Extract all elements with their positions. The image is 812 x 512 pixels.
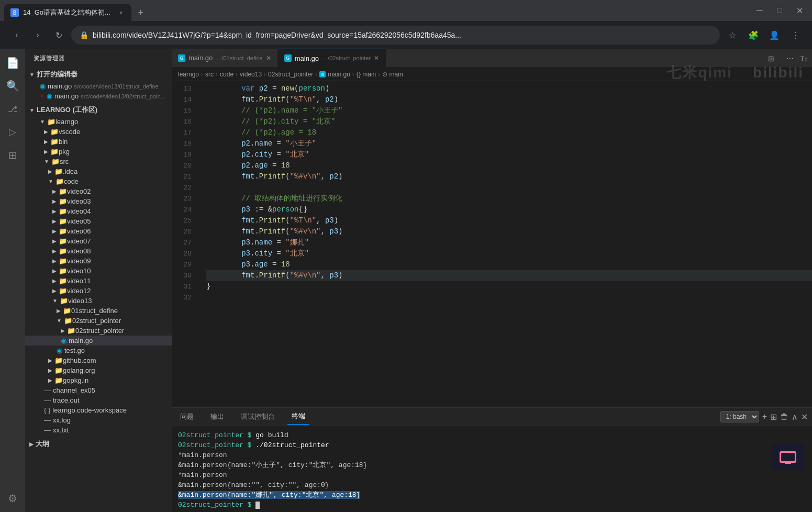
bookmark-btn[interactable]: ☆ [724,27,741,43]
minimize-btn[interactable]: ─ [751,2,768,19]
folder-icon: 📁 [50,148,59,155]
activity-git[interactable]: ⎇ [3,99,22,118]
tree-src[interactable]: ▼ 📁 src [25,157,172,166]
split-terminal-btn[interactable]: ⊞ [770,412,777,422]
tree-video12[interactable]: ▶ 📁 video12 [25,286,172,296]
code-line-24: p3 := &person{} [206,204,812,215]
tree-video08[interactable]: ▶ 📁 video08 [25,246,172,256]
tree-video07[interactable]: ▶ 📁 video07 [25,236,172,246]
tree-video03[interactable]: ▶ 📁 video03 [25,196,172,206]
folder-icon: 📁 [59,197,67,205]
tree-main-go[interactable]: ◉ main.go [25,336,172,346]
tree-xxtxt[interactable]: — xx.txt [25,425,172,435]
bc-02struct[interactable]: 02struct_pointer [268,71,313,78]
tree-video06[interactable]: ▶ 📁 video06 [25,226,172,236]
tree-video13[interactable]: ▼ 📁 video13 [25,296,172,306]
url-text: bilibili.com/video/BV1ZJ411W7jG/?p=14&sp… [93,31,711,39]
tree-gopkg[interactable]: ▶ 📁 gopkg.in [25,375,172,385]
terminal-selector[interactable]: 1: bash [720,411,759,422]
close-browser-btn[interactable]: ✕ [791,2,808,19]
panel-tab-terminal[interactable]: 终端 [287,408,309,425]
tab-1-close[interactable]: ✕ [266,54,271,62]
tree-video02[interactable]: ▶ 📁 video02 [25,186,172,196]
open-file-2[interactable]: ✕ ◉ main.go src/code/video13/02struct_po… [25,91,172,101]
profile-btn[interactable]: 👤 [766,27,783,43]
tree-bin[interactable]: ▶ 📁 bin [25,137,172,147]
font-size-indicator: T↕ [800,55,808,63]
tree-video04[interactable]: ▶ 📁 video04 [25,206,172,216]
panel-tab-output[interactable]: 输出 [206,409,228,425]
panel-tab-problems[interactable]: 问题 [176,409,198,425]
tree-01struct[interactable]: ▶ 📁 01struct_define [25,306,172,316]
code-line-15: // (*p2).name = "小王子" [206,105,812,116]
tab-close-btn[interactable]: × [117,8,125,17]
code-line-27: p3.name = "娜扎" [206,237,812,248]
bc-video13[interactable]: video13 [240,71,262,78]
tab-1[interactable]: G main.go .../01struct_define ✕ [172,49,278,67]
code-editor[interactable]: 13 14 15 16 17 18 19 20 21 22 23 24 25 2… [172,81,812,407]
new-tab-btn[interactable]: + [134,5,148,20]
back-btn[interactable]: ‹ [8,27,25,43]
forward-btn[interactable]: › [29,27,46,43]
open-editors-header[interactable]: ▼ 打开的编辑器 [25,68,172,81]
tree-video11[interactable]: ▶ 📁 video11 [25,276,172,286]
split-editor-btn[interactable]: ⊞ [763,50,780,67]
bc-main-func[interactable]: ⊙ main [382,71,403,78]
address-bar[interactable]: 🔒 bilibili.com/video/BV1ZJ411W7jG/?p=14&… [71,26,720,44]
tab-2-close[interactable]: ✕ [374,54,379,62]
workspace-header[interactable]: ▼ LEARNGO (工作区) [25,103,172,117]
folder-icon: 📁 [59,267,67,275]
code-content[interactable]: var p2 = new(person) fmt.Printf("%T\n", … [198,81,812,407]
active-tab[interactable]: B 14_Go语言基础之结构体初... × [4,4,131,21]
tree-idea[interactable]: ▶ 📁 .idea [25,166,172,176]
refresh-btn[interactable]: ↻ [50,27,67,43]
activity-settings[interactable]: ⚙ [3,489,22,508]
activity-remote[interactable]: ⊞ [3,146,22,164]
tree-video09[interactable]: ▶ 📁 video09 [25,256,172,266]
bc-src[interactable]: src [205,71,214,78]
tree-02struct[interactable]: ▼ 📁 02struct_pointer [25,316,172,326]
outline-header[interactable]: ▶ 大纲 [25,437,172,451]
activity-search[interactable]: 🔍 [3,76,22,95]
tree-vscode[interactable]: ▶ 📁 vscode [25,127,172,137]
close-panel-btn[interactable]: ✕ [801,412,808,422]
tree-02struct-inner[interactable]: ▶ 📁 02struct_pointer [25,326,172,336]
activity-explorer[interactable]: 📄 [3,53,22,72]
tab-2[interactable]: G main.go .../02struct_pointer ✕ [278,49,386,67]
tree-pkg[interactable]: ▶ 📁 pkg [25,147,172,157]
maximize-panel-btn[interactable]: ∧ [792,412,798,422]
file-icon: { } [44,406,50,414]
tree-github[interactable]: ▶ 📁 github.com [25,355,172,365]
extensions-btn[interactable]: 🧩 [745,27,762,43]
tree-xxlog[interactable]: — xx.log [25,415,172,425]
tree-golang[interactable]: ▶ 📁 golang.org [25,365,172,375]
tree-trace[interactable]: — trace.out [25,395,172,405]
code-line-16: // (*p2).city = "北京" [206,116,812,127]
tree-learngo[interactable]: ▼ 📁 learngo [25,117,172,127]
menu-btn[interactable]: ⋮ [787,27,804,43]
bc-maingo[interactable]: Gmain.go [319,70,350,79]
tree-video05[interactable]: ▶ 📁 video05 [25,216,172,226]
bc-main-block[interactable]: {} main [357,71,376,78]
tree-video10[interactable]: ▶ 📁 video10 [25,266,172,276]
bc-learngo[interactable]: learngo [178,71,199,78]
terminal-content[interactable]: 02struct_pointer $ go build 02struct_poi… [172,426,812,512]
panel-tab-debug[interactable]: 调试控制台 [237,409,279,425]
more-actions-btn[interactable]: ⋯ [782,50,798,67]
bc-code[interactable]: code [220,71,233,78]
tree-test-go[interactable]: ◉ test.go [25,346,172,355]
folder-icon: 📁 [59,187,67,195]
open-file-1[interactable]: ◉ main.go src/code/video13/01struct_defi… [25,81,172,91]
activity-debug[interactable]: ▷ [3,123,22,141]
tree-channel[interactable]: — channel_ex05 [25,385,172,395]
code-line-19: p2.city = "北京" [206,149,812,160]
close-file-icon[interactable]: ✕ [40,93,45,99]
browser-chrome: B 14_Go语言基础之结构体初... × + ─ □ ✕ ‹ › ↻ 🔒 bi… [0,0,812,49]
tree-workspace[interactable]: { } learngo.code-workspace [25,405,172,415]
open-file-2-name: main.go [54,92,79,100]
maximize-btn[interactable]: □ [771,2,788,19]
activity-bar: 📄 🔍 ⎇ ▷ ⊞ ⚙ [0,49,25,512]
trash-btn[interactable]: 🗑 [780,412,788,421]
add-terminal-btn[interactable]: + [762,412,767,421]
tree-code[interactable]: ▼ 📁 code [25,176,172,186]
